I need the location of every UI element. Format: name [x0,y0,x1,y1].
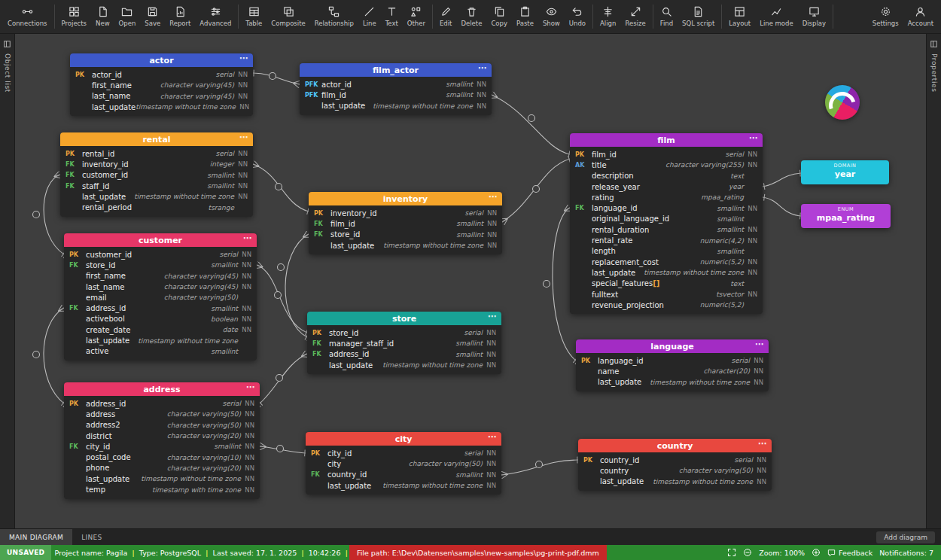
column-row[interactable]: PKcity_idserialNN [306,448,501,458]
find-button[interactable]: Find [656,0,678,33]
column-row[interactable]: PFKfilm_idsmallintNN [300,90,492,100]
table-menu-icon[interactable]: ⋯ [239,53,248,63]
column-row[interactable]: PKactor_idserialNN [70,69,253,80]
column-row[interactable]: PFKactor_idsmallintNN [300,79,492,90]
column-row[interactable]: descriptiontext [570,171,763,181]
column-row[interactable]: FKinventory_idintegerNN [60,159,253,169]
table-header[interactable]: country⋯ [578,439,772,452]
report-button[interactable]: Report [165,0,195,33]
object-list-panel-tab[interactable]: Object list [0,34,15,528]
column-row[interactable]: ratingmpaa_rating [570,192,763,202]
line-button[interactable]: Line [358,0,381,33]
column-row[interactable]: last_namecharacter varying(45)NN [70,91,253,102]
new-button[interactable]: New [91,0,114,33]
column-row[interactable]: temptimestamp with time zoneNN [64,484,260,495]
column-row[interactable]: rental_durationsmallintNN [570,224,763,235]
other-button[interactable]: Other [403,0,430,33]
layout-button[interactable]: Layout [724,0,755,33]
table-menu-icon[interactable]: ⋯ [239,132,248,142]
column-row[interactable]: PKaddress_idserialNN [64,398,260,409]
table-rental[interactable]: rental⋯PKrental_idserialNNFKinventory_id… [60,132,253,217]
notifications-button[interactable]: Notifications: 7 [879,549,933,557]
relationship-button[interactable]: Relationship [310,0,358,33]
column-row[interactable]: address2character varying(50)NN [64,420,260,431]
connections-button[interactable]: Connections [3,0,52,33]
column-row[interactable]: activeboolbooleanNN [64,314,257,324]
table-header[interactable]: city⋯ [306,432,501,446]
table-city[interactable]: city⋯PKcity_idserialNNcitycharacter vary… [306,432,501,495]
column-row[interactable]: special_features[]text [570,278,763,289]
table-menu-icon[interactable]: ⋯ [489,192,498,202]
column-row[interactable]: namecharacter(20)NN [576,366,769,376]
table-menu-icon[interactable]: ⋯ [246,382,255,392]
projects-button[interactable]: Projects [57,0,92,33]
table-actor[interactable]: actor⋯PKactor_idserialNNfirst_namecharac… [70,53,253,116]
open-button[interactable]: Open [114,0,141,33]
column-row[interactable]: activesmallint [64,346,257,357]
column-row[interactable]: FKstore_idsmallintNN [309,230,502,240]
save-button[interactable]: Save [140,0,165,33]
column-row[interactable]: rental_periodtsrange [60,202,253,212]
composite-button[interactable]: Composite [266,0,309,33]
column-row[interactable]: revenue_projectionnumeric(5,2) [570,300,763,310]
column-row[interactable]: replacement_costnumeric(5,2)NN [570,257,763,267]
table-button[interactable]: Table [241,0,266,33]
column-row[interactable]: FKstaff_idsmallintNN [60,181,253,191]
tab-main-diagram[interactable]: MAIN DIAGRAM [0,529,72,545]
column-row[interactable]: last_updatetimestamp without time zone [64,335,257,345]
resize-button[interactable]: Resize [620,0,650,33]
copy-button[interactable]: Copy [486,0,512,33]
column-row[interactable]: citycharacter varying(50)NN [306,458,501,469]
column-row[interactable]: lengthsmallint [570,246,763,257]
table-language[interactable]: language⋯PKlanguage_idserialNNnamecharac… [576,339,769,391]
column-row[interactable]: release_yearyear [570,181,763,192]
column-row[interactable]: create_datedateNN [64,324,257,335]
column-row[interactable]: FKaddress_idsmallintNN [307,349,501,360]
table-menu-icon[interactable]: ⋯ [758,439,767,449]
table-header[interactable]: address⋯ [64,382,260,396]
table-country[interactable]: country⋯PKcountry_idserialNNcountrychara… [578,439,772,491]
column-row[interactable]: FKcountry_idsmallintNN [306,470,501,480]
column-row[interactable]: PKfilm_idserialNN [570,149,763,160]
table-film[interactable]: film⋯PKfilm_idserialNNAKtitlecharacter v… [570,133,763,314]
column-row[interactable]: FKaddress_idsmallintNN [64,303,257,313]
table-address[interactable]: address⋯PKaddress_idserialNNaddresschara… [64,382,260,499]
fullscreen-icon[interactable] [727,548,736,557]
undo-button[interactable]: Undo [565,0,590,33]
table-customer[interactable]: customer⋯PKcustomer_idserialNNFKstore_id… [64,233,257,361]
table-header[interactable]: actor⋯ [70,53,253,67]
feedback-button[interactable]: Feedback [827,549,872,557]
zoom-out-icon[interactable] [743,548,752,557]
column-row[interactable]: PKstore_idserialNN [307,327,501,338]
domain-year[interactable]: DOMAINyear [801,160,889,184]
column-row[interactable]: last_updatetimestamp without time zoneNN [300,101,492,111]
delete-button[interactable]: Delete [456,0,486,33]
column-row[interactable]: AKtitlecharacter varying(255)NN [570,160,763,170]
column-row[interactable]: last_updatetimestamp without time zoneNN [70,102,253,112]
table-header[interactable]: rental⋯ [60,132,253,146]
edit-button[interactable]: Edit [435,0,456,33]
column-row[interactable]: districtcharacter varying(20)NN [64,431,260,441]
column-row[interactable]: fulltexttsvectorNN [570,289,763,300]
column-row[interactable]: countrycharacter varying(50)NN [578,465,772,476]
display-button[interactable]: Display [798,0,830,33]
settings-button[interactable]: Settings [868,0,903,33]
column-row[interactable]: addresscharacter varying(50)NN [64,409,260,419]
column-row[interactable]: PKrental_idserialNN [60,148,253,159]
column-row[interactable]: FKlanguage_idsmallintNN [570,202,763,213]
table-menu-icon[interactable]: ⋯ [478,63,487,73]
column-row[interactable]: last_updatetimestamp without time zoneNN [64,473,260,484]
show-button[interactable]: Show [538,0,565,33]
table-menu-icon[interactable]: ⋯ [488,312,497,321]
table-header[interactable]: inventory⋯ [309,192,502,205]
column-row[interactable]: first_namecharacter varying(45)NN [70,80,253,90]
zoom-in-icon[interactable] [812,548,821,557]
column-row[interactable]: last_updatetimestamp without time zoneNN [570,267,763,278]
column-row[interactable]: last_updatetimestamp without time zoneNN [309,240,502,251]
enum-mpaa_rating[interactable]: ENUMmpaa_rating [801,204,891,228]
column-row[interactable]: first_namecharacter varying(45)NN [64,271,257,282]
table-header[interactable]: store⋯ [307,312,501,325]
column-row[interactable]: postal_codecharacter varying(10)NN [64,452,260,462]
advanced-button[interactable]: Advanced [195,0,236,33]
table-film_actor[interactable]: film_actor⋯PFKactor_idsmallintNNPFKfilm_… [300,63,492,115]
